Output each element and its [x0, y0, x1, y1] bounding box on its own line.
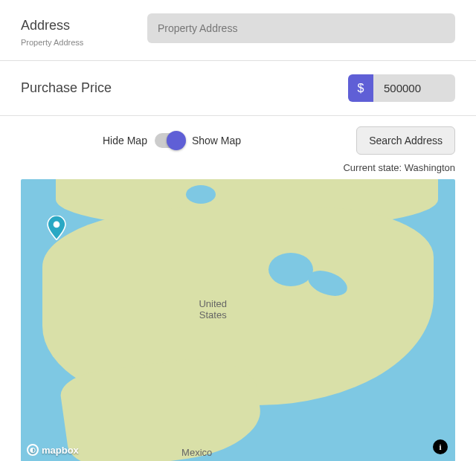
search-address-button[interactable]: Search Address	[356, 126, 455, 155]
svg-point-0	[54, 222, 60, 228]
map-country-label-mx: Mexico	[181, 447, 212, 459]
address-section: Address Property Address	[0, 0, 476, 61]
show-map-label: Show Map	[192, 135, 241, 146]
map-info-button[interactable]: i	[433, 439, 448, 454]
mapbox-attribution: ◐ mapbox	[27, 444, 79, 456]
map-controls: Hide Map Show Map Search Address	[0, 116, 476, 159]
mapbox-logo-icon: ◐	[27, 444, 39, 456]
hide-map-label: Hide Map	[103, 135, 147, 146]
purchase-price-label: Purchase Price	[21, 80, 112, 96]
address-sublabel: Property Address	[21, 38, 132, 47]
map-lake	[268, 253, 313, 286]
purchase-price-input[interactable]	[373, 74, 455, 102]
current-state-text: Current state: Washington	[0, 159, 476, 179]
address-label: Address	[21, 18, 132, 33]
map-view[interactable]: United States Mexico ◐ mapbox i	[21, 179, 455, 461]
map-toggle-switch[interactable]	[155, 133, 184, 148]
map-country-label-us: United States	[199, 298, 227, 321]
map-marker-icon[interactable]	[47, 216, 66, 235]
purchase-price-section: Purchase Price $	[0, 61, 476, 116]
map-lake	[186, 185, 216, 204]
dollar-icon: $	[348, 74, 373, 102]
address-input[interactable]	[147, 13, 455, 43]
switch-thumb	[167, 131, 186, 150]
